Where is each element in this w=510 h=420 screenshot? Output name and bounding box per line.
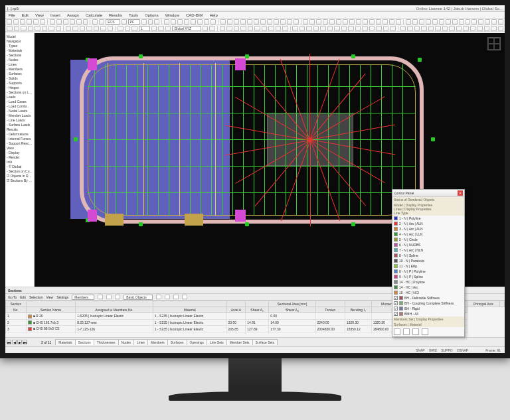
toolbar-icon[interactable] (220, 26, 226, 31)
tree-item[interactable]: Model (7, 35, 33, 39)
toolbar-icon[interactable] (383, 26, 389, 31)
tree-item[interactable]: - Member Loads (7, 113, 33, 118)
toolbar-icon[interactable] (363, 19, 368, 25)
toolbar-icon[interactable] (13, 19, 19, 25)
toolbar-icon[interactable] (280, 19, 286, 25)
tab-nodes[interactable]: Nodes (118, 339, 134, 345)
toolbar-icon[interactable] (419, 19, 424, 25)
toolbar-icon[interactable] (171, 19, 176, 25)
toolbar-icon[interactable] (226, 26, 232, 31)
toolbar-icon[interactable] (412, 19, 418, 25)
legend-item[interactable]: 3 - N | Arc | ALN (392, 226, 464, 232)
toolbar-icon[interactable] (369, 26, 375, 31)
tree-item[interactable]: - Load Combi... (7, 104, 33, 109)
toolbar-icon[interactable] (303, 19, 308, 25)
toolbar-icon[interactable] (177, 19, 183, 25)
tree-item[interactable]: - Supports (7, 81, 33, 86)
toolbar-icon[interactable] (203, 26, 209, 31)
tree-item[interactable]: - Hinges (7, 86, 33, 90)
toolbar-icon[interactable] (70, 19, 75, 25)
toolbar-icon[interactable] (131, 26, 137, 31)
toolbar-icon[interactable] (254, 26, 260, 31)
toolbar-icon[interactable] (349, 19, 355, 25)
toolbar-icon[interactable] (108, 26, 114, 31)
toolbar-icon[interactable] (484, 26, 490, 31)
toolbar-icon[interactable] (491, 26, 497, 31)
toolbar-icon[interactable] (164, 19, 169, 25)
toolbar-icon[interactable] (276, 26, 282, 31)
menu-file[interactable]: File (7, 13, 17, 17)
toolbar-icon[interactable] (343, 19, 348, 25)
toolbar-icon[interactable] (376, 19, 381, 25)
legend-item[interactable]: 2 - N | Arc | ALN (392, 221, 464, 226)
pane-link[interactable]: View (46, 295, 53, 299)
toolbar-icon[interactable] (341, 26, 347, 31)
toolbar-icon[interactable] (446, 19, 451, 25)
toolbar-icon[interactable] (7, 19, 12, 25)
pane-icon[interactable] (156, 295, 161, 299)
toolbar-icon[interactable] (452, 19, 458, 25)
toolbar-icon[interactable] (100, 26, 106, 31)
toolbar-icon[interactable] (72, 26, 78, 31)
toolbar-dropdown[interactable]: PF (128, 19, 140, 25)
toolbar-icon[interactable] (7, 26, 13, 31)
pane-icon[interactable] (106, 295, 112, 299)
status-toggle[interactable]: OSNAP (457, 348, 469, 352)
toolbar-icon[interactable] (414, 26, 420, 31)
toolbar-icon[interactable] (316, 19, 321, 25)
toolbar-icon[interactable] (463, 26, 469, 31)
toolbar-icon[interactable] (76, 19, 82, 25)
toolbar-icon[interactable] (369, 19, 375, 25)
tab-nav[interactable]: ⏮◀▶⏭ (7, 340, 27, 344)
tree-item[interactable]: - © Dlubal (7, 165, 33, 169)
legend-item[interactable]: 14 - HC | Polyline (392, 279, 464, 285)
legend-item[interactable]: 4 - N | Arc | LLN (392, 232, 464, 237)
tree-item[interactable]: View (7, 146, 33, 151)
toolbar-icon[interactable] (184, 19, 189, 25)
toolbar-icon[interactable] (247, 19, 252, 25)
toolbar-icon[interactable] (449, 26, 455, 31)
coord-system-dropdown[interactable]: Global XYZ (172, 26, 201, 31)
tree-item[interactable]: - Materials (7, 48, 33, 53)
toolbar-icon[interactable] (220, 19, 226, 25)
toolbar-icon[interactable] (262, 26, 268, 31)
tree-item[interactable]: - Deformations (7, 132, 33, 137)
toolbar-field[interactable]: 1 (139, 26, 150, 31)
pane-icon[interactable] (165, 295, 170, 299)
toolbar-icon[interactable] (459, 19, 464, 25)
toolbar-icon[interactable] (406, 19, 411, 25)
tab-openings[interactable]: Openings (187, 339, 207, 345)
toolbar-icon[interactable] (477, 26, 483, 31)
toolbar-icon[interactable] (478, 19, 483, 25)
tree-item[interactable]: - Nodal Loads (7, 109, 33, 113)
toolbar-icon[interactable] (66, 26, 72, 31)
toolbar-icon[interactable] (294, 19, 299, 25)
toolbar-icon[interactable] (268, 26, 274, 31)
toolbar-icon[interactable] (240, 26, 246, 31)
toolbar-icon[interactable] (470, 26, 476, 31)
toolbar-icon[interactable] (20, 19, 25, 25)
tree-item[interactable]: - Sections on Load... (7, 90, 33, 95)
category-dropdown[interactable]: Basic Objects (124, 295, 153, 300)
legend-item[interactable]: 5 - N | Circle (392, 237, 464, 242)
legend-item[interactable]: 10 - N | Parabola (392, 258, 464, 263)
legend-item[interactable]: 1 - N | Polyline (392, 216, 464, 221)
toolbar-icon[interactable] (33, 19, 39, 25)
toolbar-icon[interactable] (407, 26, 413, 31)
pane-link[interactable]: Selection (29, 295, 43, 299)
tree-item[interactable]: - Types (7, 44, 33, 48)
toolbar-icon[interactable] (306, 26, 312, 31)
tab-sections[interactable]: Sections (75, 339, 94, 345)
toolbar-icon[interactable] (240, 19, 246, 25)
toolbar-icon[interactable] (56, 19, 62, 25)
toolbar-icon[interactable] (35, 26, 41, 31)
toolbar-icon[interactable] (50, 19, 55, 25)
legend-check[interactable]: ✓BH - Definable Stiffness (392, 295, 464, 301)
legend-item[interactable]: 8 - N | P | Polyline (392, 269, 464, 274)
toolbar-icon[interactable] (122, 19, 127, 25)
tree-item[interactable]: - Load Cases (7, 100, 33, 104)
navigator-tree[interactable]: ModelNavigator- Types- Materials- Sectio… (5, 33, 35, 287)
legend-item[interactable]: 6 - N | NURBS (392, 242, 464, 247)
panel-icon[interactable] (412, 328, 419, 335)
toolbar-icon[interactable] (334, 26, 340, 31)
